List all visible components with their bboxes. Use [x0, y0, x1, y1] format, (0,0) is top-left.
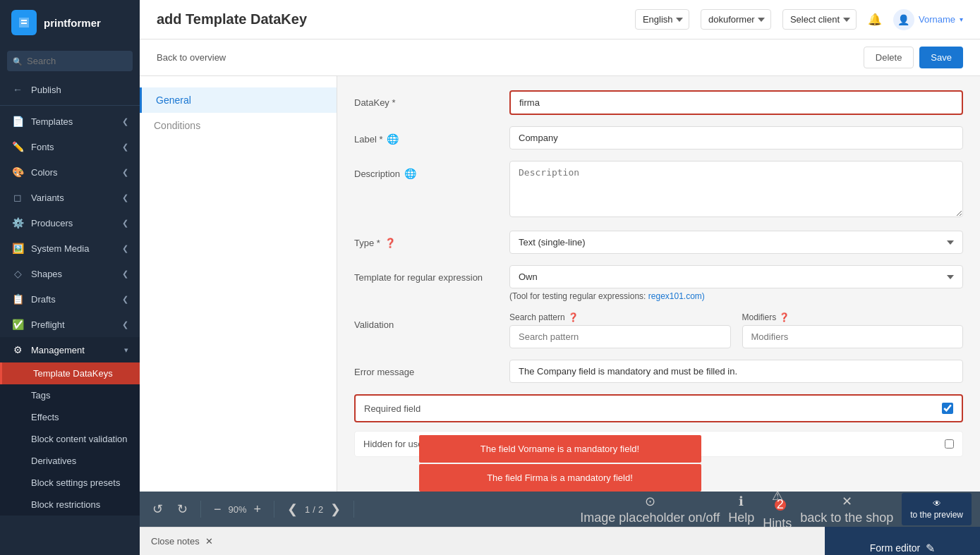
sidebar-item-colors[interactable]: 🎨 Colors ❮ [0, 159, 140, 185]
regex-select[interactable]: Own [509, 265, 963, 288]
form-editor-icon: ✎ [926, 542, 935, 555]
undo-button[interactable]: ↺ [148, 497, 167, 521]
page-current: 1 [305, 504, 310, 515]
avatar-name: Vorname [919, 14, 955, 25]
help-button[interactable]: ℹ Help [728, 494, 754, 525]
templates-chevron: ❮ [122, 117, 128, 126]
search-input[interactable] [7, 51, 133, 71]
avatar-circle: 👤 [893, 9, 914, 30]
datakey-label: DataKey * [354, 90, 509, 108]
error-message-input[interactable] [509, 360, 963, 383]
type-select[interactable]: Text (single-line) [509, 231, 963, 254]
management-icon: ⚙ [11, 343, 24, 356]
sidebar-item-producers[interactable]: ⚙️ Producers ❮ [0, 210, 140, 236]
avatar-chevron: ▾ [960, 16, 963, 23]
bell-icon[interactable]: 🔔 [868, 13, 882, 26]
variants-chevron: ❮ [122, 193, 128, 202]
type-label: Type * ❓ [354, 231, 509, 248]
required-field-label: Required field [364, 403, 421, 414]
fonts-chevron: ❮ [122, 142, 128, 152]
zoom-in-button[interactable]: + [250, 498, 266, 521]
editor-right-buttons: ⊙ Image placeholder on/off ℹ Help ⚠ 2 Hi… [580, 488, 972, 531]
sidebar-item-fonts[interactable]: ✏️ Fonts ❮ [0, 134, 140, 159]
page-total: 2 [318, 504, 323, 515]
close-notes-icon[interactable]: ✕ [205, 536, 213, 547]
toolbar: Back to overview Delete Save [140, 39, 980, 76]
form-editor-section[interactable]: Form editor ✎ [825, 527, 980, 555]
save-button[interactable]: Save [919, 47, 963, 68]
datakey-row: DataKey * [354, 90, 963, 115]
toolbar-divider-1 [200, 501, 201, 518]
client-select[interactable]: Select client [782, 9, 857, 30]
datakey-input[interactable] [509, 90, 963, 115]
preview-icon: 👁 [933, 499, 941, 508]
zoom-out-button[interactable]: − [210, 498, 226, 521]
submenu-tags[interactable]: Tags [0, 384, 140, 406]
help-icon: ℹ [739, 494, 744, 509]
type-help-icon[interactable]: ❓ [385, 238, 396, 248]
hidden-checkbox[interactable] [945, 439, 954, 449]
back-shop-icon: ✕ [842, 494, 852, 509]
producers-chevron: ❮ [122, 219, 128, 228]
sidebar-item-variants[interactable]: ◻ Variants ❮ [0, 185, 140, 210]
left-panel: General Conditions [140, 76, 337, 492]
left-panel-general-label: General [156, 94, 191, 106]
regex-control: Own (Tool for testing regular expression… [509, 265, 963, 301]
regex-hint: (Tool for testing regular expressions: r… [509, 291, 963, 301]
preflight-icon: ✅ [11, 318, 24, 331]
modifiers-input[interactable] [742, 325, 964, 348]
search-pattern-field: Search pattern ❓ [509, 312, 731, 348]
close-notes-bar: Close notes ✕ [140, 527, 825, 555]
next-page-button[interactable]: ❯ [326, 497, 345, 521]
hints-icon: ⚠ 2 [772, 488, 783, 515]
back-shop-button[interactable]: ✕ back to the shop [800, 494, 893, 525]
label-control [509, 126, 963, 150]
image-placeholder-button[interactable]: ⊙ Image placeholder on/off [580, 494, 720, 525]
submenu-block-restrictions[interactable]: Block restrictions [0, 494, 140, 516]
sidebar-item-preflight-label: Preflight [31, 319, 65, 330]
submenu-block-settings-presets[interactable]: Block settings presets [0, 472, 140, 494]
drafts-chevron: ❮ [122, 295, 128, 304]
sidebar-item-system-media[interactable]: 🖼️ System Media ❮ [0, 236, 140, 261]
submenu-block-restrictions-label: Block restrictions [31, 499, 100, 510]
user-avatar[interactable]: 👤 Vorname ▾ [893, 9, 963, 30]
hints-button[interactable]: ⚠ 2 Hints [763, 488, 792, 531]
hints-badge: 2 [775, 499, 786, 511]
label-input[interactable] [509, 126, 963, 150]
zoom-value: 90% [229, 504, 247, 515]
left-panel-conditions[interactable]: Conditions [140, 113, 337, 138]
system-media-icon: 🖼️ [11, 242, 24, 255]
redo-button[interactable]: ↻ [173, 497, 192, 521]
back-to-overview-link[interactable]: Back to overview [157, 52, 226, 63]
language-select[interactable]: English [635, 9, 689, 30]
submenu-derivatives[interactable]: Derivatives [0, 450, 140, 472]
sidebar-item-templates[interactable]: 📄 Templates ❮ [0, 109, 140, 134]
search-pattern-help-icon[interactable]: ❓ [568, 312, 579, 322]
submenu-effects[interactable]: Effects [0, 406, 140, 428]
description-textarea[interactable] [509, 161, 963, 217]
workspace-select[interactable]: dokuformer [701, 9, 771, 30]
submenu-block-content-validation[interactable]: Block content validation [0, 428, 140, 450]
shapes-icon: ◇ [11, 267, 24, 280]
sidebar-item-preflight[interactable]: ✅ Preflight ❮ [0, 312, 140, 337]
submenu-template-datakeys[interactable]: Template DataKeys [0, 362, 140, 384]
globe-icon: 🌐 [387, 133, 399, 145]
sidebar: printformer ← Publish 📄 Templates ❮ ✏️ [0, 0, 140, 555]
fonts-icon: ✏️ [11, 140, 24, 153]
left-panel-general[interactable]: General [140, 87, 337, 113]
sidebar-item-drafts[interactable]: 📋 Drafts ❮ [0, 286, 140, 312]
search-pattern-input[interactable] [509, 325, 731, 348]
regex-row: Template for regular expression Own (Too… [354, 265, 963, 301]
type-control: Text (single-line) [509, 231, 963, 254]
description-globe-icon: 🌐 [404, 168, 416, 179]
sidebar-item-shapes[interactable]: ◇ Shapes ❮ [0, 261, 140, 286]
modifiers-help-icon[interactable]: ❓ [779, 312, 790, 322]
regex-link[interactable]: regex101.com) [648, 291, 705, 301]
management-section[interactable]: ⚙ Management ▾ [0, 337, 140, 362]
prev-page-button[interactable]: ❮ [283, 497, 302, 521]
to-preview-button[interactable]: 👁 to the preview [902, 493, 972, 525]
required-field-checkbox[interactable] [942, 403, 953, 414]
required-field-row: Required field [354, 394, 963, 422]
delete-button[interactable]: Delete [864, 47, 914, 68]
sidebar-publish[interactable]: ← Publish [0, 77, 140, 102]
